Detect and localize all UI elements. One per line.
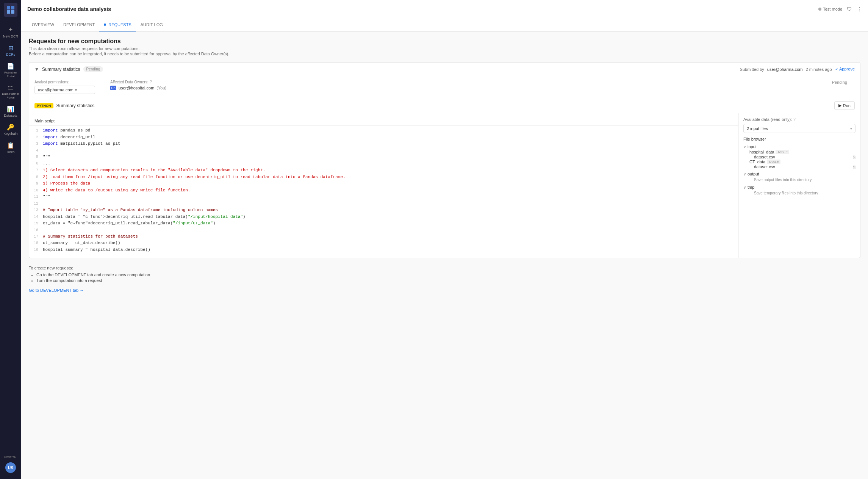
available-data-help-icon[interactable]: ? xyxy=(793,117,796,122)
dcrs-icon: ⊞ xyxy=(8,44,13,52)
tab-development-label: DEVELOPMENT xyxy=(63,22,95,27)
tab-overview[interactable]: OVERVIEW xyxy=(27,18,59,31)
folder-collapse-icon: ∨ xyxy=(743,145,746,149)
hospital-data-type: TABLE xyxy=(776,150,789,154)
sidebar-item-dcrs[interactable]: ⊞ DCRs xyxy=(0,41,21,59)
tab-overview-label: OVERVIEW xyxy=(32,22,54,27)
line-code: # Import table "my_table" as a Pandas da… xyxy=(43,207,218,214)
line-number: 5 xyxy=(29,154,43,160)
computation-header-right: Submitted by user@pharma.com 2 minutes a… xyxy=(740,67,855,72)
page-desc-2: Before a computation can be integrated, … xyxy=(29,52,860,56)
available-data-label: Available data (read-only): ? xyxy=(743,117,855,122)
line-number: 18 xyxy=(29,240,43,246)
computation-title: Summary statistics xyxy=(42,67,80,72)
copy-icon-1[interactable]: ⎘ xyxy=(853,154,855,160)
computation-header: ▼ Summary statistics Pending Submitted b… xyxy=(29,63,860,76)
sidebar-item-datasets[interactable]: 📊 Datasets xyxy=(0,102,21,121)
datasets-icon: 📊 xyxy=(7,105,14,113)
sidebar-item-docs[interactable]: 📋 Docs xyxy=(0,139,21,157)
approve-button[interactable]: ✓ Approve xyxy=(835,67,855,72)
user-avatar[interactable]: US xyxy=(5,462,16,473)
line-number: 12 xyxy=(29,200,43,207)
code-line: 3import matplotlib.pyplot as plt xyxy=(29,141,738,147)
code-line: 20 xyxy=(29,254,738,255)
code-line: 4 xyxy=(29,147,738,154)
owner-you: (You) xyxy=(156,86,166,90)
sidebar-item-keychain-label: Keychain xyxy=(3,132,17,136)
line-number: 11 xyxy=(29,194,43,200)
line-number: 13 xyxy=(29,207,43,213)
ct-data-name: CT_data xyxy=(749,160,765,164)
tmp-note: Save temporary files into this directory xyxy=(743,190,855,196)
dataset-csv-1-name: dataset.csv xyxy=(754,155,775,159)
sidebar-item-publisher-portal[interactable]: 📄 Publisher Portal xyxy=(0,59,21,81)
svg-rect-3 xyxy=(11,10,14,14)
folder-collapse-icon-tmp: ∨ xyxy=(743,185,746,189)
analyst-select[interactable]: user@pharma.com ▾ xyxy=(34,86,95,94)
input-files-select[interactable]: 2 input files ▾ xyxy=(743,124,855,133)
sidebar-item-new-dcr[interactable]: + New DCR xyxy=(2,23,20,41)
plus-icon: + xyxy=(9,26,13,34)
run-button[interactable]: ▶ Run xyxy=(834,101,855,110)
submitted-time: 2 minutes ago xyxy=(805,67,832,72)
submitter-email: user@pharma.com xyxy=(767,67,803,72)
header-right: Test mode 🛡 ⋮ xyxy=(818,6,862,12)
code-line: 6... xyxy=(29,160,738,167)
shield-icon: 🛡 xyxy=(847,6,852,12)
sidebar-item-keychain[interactable]: 🔑 Keychain xyxy=(0,121,21,139)
script-title: Summary statistics xyxy=(56,103,95,108)
main-content: Demo collaborative data analysis Test mo… xyxy=(21,0,868,479)
line-code: 2) Load them from /input using any read … xyxy=(43,174,346,181)
page-desc-1: This data clean room allows requests for… xyxy=(29,46,860,51)
analyst-value: user@pharma.com xyxy=(38,88,74,92)
dataset-csv-1-row: dataset.csv ⎘ xyxy=(743,154,855,160)
line-code: """ xyxy=(43,154,50,161)
analyst-permissions-label: Analyst permissions: xyxy=(34,80,95,84)
tab-audit-log[interactable]: AUDIT LOG xyxy=(136,18,167,31)
code-tab-bar[interactable]: Main script xyxy=(29,116,738,126)
line-code: ct_summary = ct_data.describe() xyxy=(43,240,120,247)
tab-development[interactable]: DEVELOPMENT xyxy=(59,18,99,31)
tab-requests[interactable]: REQUESTS xyxy=(99,18,136,31)
collapse-button[interactable]: ▼ xyxy=(34,67,39,72)
output-folder-label: output xyxy=(748,172,759,176)
copy-icon-2[interactable]: ⎘ xyxy=(853,164,855,169)
input-folder: ∨ input xyxy=(743,144,855,150)
code-line: 104) Write the data to /output using any… xyxy=(29,187,738,194)
line-code: 3) Process the data xyxy=(43,180,90,187)
code-line: 13# Import table "my_table" as a Pandas … xyxy=(29,207,738,214)
owner-flag: US xyxy=(110,86,116,90)
tmp-folder: ∨ tmp xyxy=(743,184,855,190)
sidebar-item-data-partner[interactable]: 🗃 Data Partner Portal xyxy=(0,81,21,102)
line-number: 9 xyxy=(29,180,43,187)
more-options-icon[interactable]: ⋮ xyxy=(857,6,862,12)
line-number: 2 xyxy=(29,134,43,141)
computation-card: ▼ Summary statistics Pending Submitted b… xyxy=(29,62,860,258)
help-icon[interactable]: ? xyxy=(150,80,152,84)
file-tree: ∨ input hospital_data TABLE dataset.csv … xyxy=(743,144,855,196)
line-number: 4 xyxy=(29,147,43,154)
output-folder: ∨ output xyxy=(743,171,855,177)
sidebar-item-new-dcr-label: New DCR xyxy=(3,34,18,38)
sidebar-item-docs-label: Docs xyxy=(7,150,15,154)
chevron-down-icon: ▾ xyxy=(75,88,77,92)
line-code: hospital_summary = hospital_data.describ… xyxy=(43,247,150,254)
run-icon: ▶ xyxy=(838,103,841,108)
file-browser-label: File browser xyxy=(743,137,855,141)
code-line: 12 xyxy=(29,200,738,207)
output-note: Save output files into this directory xyxy=(743,177,855,183)
pending-status: Pending xyxy=(832,80,855,85)
app-logo xyxy=(4,3,17,17)
code-line: 71) Select datasets and computation resu… xyxy=(29,167,738,174)
code-line: 82) Load them from /input using any read… xyxy=(29,174,738,181)
sidebar-item-data-partner-label: Data Partner Portal xyxy=(2,92,20,99)
run-label: Run xyxy=(843,103,851,108)
code-line: 18ct_summary = ct_data.describe() xyxy=(29,240,738,247)
line-code: ... xyxy=(43,160,50,167)
line-number: 14 xyxy=(29,214,43,220)
go-to-development-link[interactable]: Go to DEVELOPMENT tab → xyxy=(29,288,84,293)
code-line: 16 xyxy=(29,227,738,233)
folder-collapse-icon-output: ∨ xyxy=(743,172,746,176)
code-line: 17# Summary statistics for both datasets xyxy=(29,233,738,240)
status-badge: Pending xyxy=(83,66,103,72)
